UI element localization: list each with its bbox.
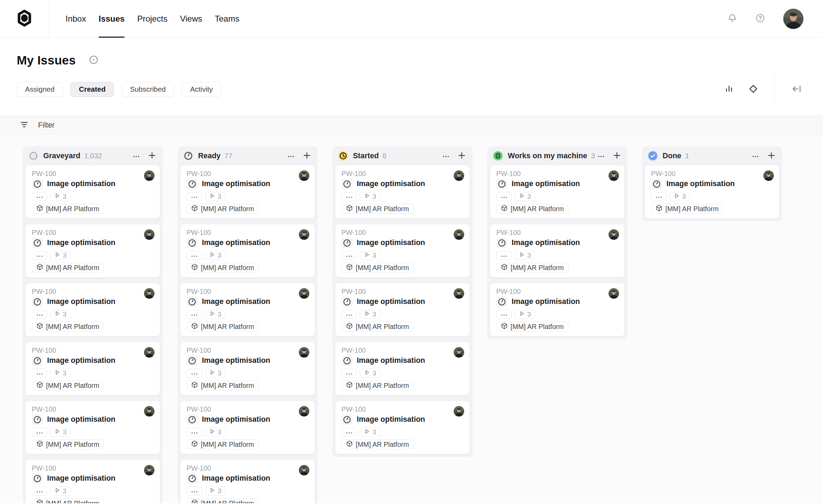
view-tab-subscribed[interactable]: Subscribed bbox=[122, 82, 174, 97]
assignee-avatar[interactable] bbox=[454, 229, 464, 240]
project-label-badge[interactable]: [MM] AR Platform bbox=[496, 322, 568, 331]
card-more-button[interactable] bbox=[341, 428, 357, 437]
sub-issues-badge[interactable]: 3 bbox=[360, 192, 380, 201]
assignee-avatar[interactable] bbox=[144, 170, 154, 181]
notifications-button[interactable] bbox=[727, 13, 737, 24]
in-progress-status-icon[interactable] bbox=[32, 473, 43, 484]
column-more-button[interactable] bbox=[130, 150, 142, 162]
card-more-button[interactable] bbox=[651, 192, 666, 201]
project-label-badge[interactable]: [MM] AR Platform bbox=[187, 263, 259, 273]
issue-card[interactable]: PW-100 Image optimisation bbox=[25, 460, 160, 503]
sub-issues-badge[interactable]: 3 bbox=[205, 251, 226, 260]
card-more-button[interactable] bbox=[496, 251, 512, 260]
circle-dot-icon[interactable] bbox=[89, 55, 98, 66]
project-label-badge[interactable]: [MM] AR Platform bbox=[341, 440, 414, 449]
in-progress-status-icon[interactable] bbox=[32, 178, 43, 189]
issue-card[interactable]: PW-100 Image optimisation bbox=[25, 224, 160, 277]
sub-issues-badge[interactable]: 3 bbox=[205, 192, 226, 201]
card-more-button[interactable] bbox=[187, 310, 202, 319]
issue-card[interactable]: PW-100 Image optimisation bbox=[335, 165, 470, 219]
issue-card[interactable]: PW-100 Image optimisation bbox=[25, 165, 160, 219]
sub-issues-badge[interactable]: 3 bbox=[360, 310, 380, 319]
in-progress-status-icon[interactable] bbox=[341, 178, 353, 189]
sub-issues-badge[interactable]: 3 bbox=[515, 251, 535, 260]
issue-card[interactable]: PW-100 Image optimisation bbox=[335, 283, 470, 336]
in-progress-status-icon[interactable] bbox=[496, 237, 507, 248]
project-label-badge[interactable]: [MM] AR Platform bbox=[341, 381, 414, 390]
issue-card[interactable]: PW-100 Image optimisation bbox=[490, 165, 625, 219]
sub-issues-badge[interactable]: 3 bbox=[360, 251, 380, 260]
issue-card[interactable]: PW-100 Image optimisation bbox=[25, 283, 160, 336]
in-progress-status-icon[interactable] bbox=[496, 296, 507, 307]
project-label-badge[interactable]: [MM] AR Platform bbox=[32, 381, 104, 390]
card-more-button[interactable] bbox=[32, 251, 47, 260]
project-label-badge[interactable]: [MM] AR Platform bbox=[187, 381, 259, 390]
in-progress-status-icon[interactable] bbox=[187, 178, 198, 189]
sub-issues-badge[interactable]: 3 bbox=[205, 310, 226, 319]
project-label-badge[interactable]: [MM] AR Platform bbox=[187, 322, 259, 331]
card-more-button[interactable] bbox=[496, 310, 512, 319]
sub-issues-badge[interactable]: 3 bbox=[50, 428, 71, 437]
collapse-panel-button[interactable] bbox=[791, 84, 803, 95]
in-progress-status-icon[interactable] bbox=[187, 237, 198, 248]
project-label-badge[interactable]: [MM] AR Platform bbox=[341, 263, 414, 273]
column-more-button[interactable] bbox=[749, 150, 761, 162]
sub-issues-badge[interactable]: 3 bbox=[515, 310, 535, 319]
nav-item-teams[interactable]: Teams bbox=[215, 0, 240, 37]
column-more-button[interactable] bbox=[440, 150, 452, 162]
assignee-avatar[interactable] bbox=[609, 288, 619, 299]
issue-card[interactable]: PW-100 Image optimisation bbox=[25, 401, 160, 454]
workspace-logo[interactable] bbox=[0, 0, 49, 37]
assignee-avatar[interactable] bbox=[609, 229, 619, 240]
issue-card[interactable]: PW-100 Image optimisation bbox=[645, 165, 779, 219]
project-label-badge[interactable]: [MM] AR Platform bbox=[32, 263, 104, 273]
project-label-badge[interactable]: [MM] AR Platform bbox=[32, 322, 104, 331]
sub-issues-badge[interactable]: 3 bbox=[515, 192, 535, 201]
project-label-badge[interactable]: [MM] AR Platform bbox=[341, 204, 414, 214]
assignee-avatar[interactable] bbox=[144, 465, 154, 475]
sub-issues-badge[interactable]: 3 bbox=[50, 192, 71, 201]
column-add-issue-button[interactable] bbox=[611, 150, 623, 162]
in-progress-status-icon[interactable] bbox=[341, 237, 353, 248]
filter-label[interactable]: Filter bbox=[38, 121, 55, 130]
in-progress-status-icon[interactable] bbox=[496, 178, 507, 189]
card-more-button[interactable] bbox=[32, 310, 47, 319]
issue-card[interactable]: PW-100 Image optimisation bbox=[180, 224, 315, 277]
sub-issues-badge[interactable]: 3 bbox=[360, 369, 380, 378]
project-label-badge[interactable]: [MM] AR Platform bbox=[187, 440, 259, 449]
assignee-avatar[interactable] bbox=[454, 170, 464, 181]
in-progress-status-icon[interactable] bbox=[32, 237, 43, 248]
issue-card[interactable]: PW-100 Image optimisation bbox=[180, 342, 315, 395]
sub-issues-badge[interactable]: 3 bbox=[50, 487, 71, 496]
project-label-badge[interactable]: [MM] AR Platform bbox=[32, 440, 104, 449]
card-more-button[interactable] bbox=[496, 192, 512, 201]
issue-card[interactable]: PW-100 Image optimisation bbox=[335, 342, 470, 395]
in-progress-status-icon[interactable] bbox=[187, 414, 198, 425]
column-add-issue-button[interactable] bbox=[765, 150, 777, 162]
project-label-badge[interactable]: [MM] AR Platform bbox=[496, 204, 568, 214]
card-more-button[interactable] bbox=[341, 251, 357, 260]
filter-button[interactable] bbox=[20, 120, 29, 130]
issue-card[interactable]: PW-100 Image optimisation bbox=[180, 460, 315, 503]
nav-item-views[interactable]: Views bbox=[180, 0, 202, 37]
assignee-avatar[interactable] bbox=[299, 170, 309, 181]
nav-item-inbox[interactable]: Inbox bbox=[66, 0, 86, 37]
assignee-avatar[interactable] bbox=[299, 347, 309, 358]
assignee-avatar[interactable] bbox=[144, 288, 154, 299]
sub-issues-badge[interactable]: 3 bbox=[50, 310, 71, 319]
help-button[interactable] bbox=[755, 13, 765, 24]
assignee-avatar[interactable] bbox=[454, 347, 464, 358]
card-more-button[interactable] bbox=[341, 310, 357, 319]
card-more-button[interactable] bbox=[32, 487, 47, 496]
in-progress-status-icon[interactable] bbox=[341, 414, 353, 425]
card-more-button[interactable] bbox=[32, 192, 47, 201]
project-label-badge[interactable]: [MM] AR Platform bbox=[32, 498, 104, 503]
sub-issues-badge[interactable]: 3 bbox=[50, 251, 71, 260]
issue-card[interactable]: PW-100 Image optimisation bbox=[490, 224, 625, 277]
assignee-avatar[interactable] bbox=[299, 465, 309, 475]
project-label-badge[interactable]: [MM] AR Platform bbox=[32, 204, 104, 214]
display-options-button[interactable] bbox=[748, 84, 758, 95]
in-progress-status-icon[interactable] bbox=[32, 414, 43, 425]
column-add-issue-button[interactable] bbox=[456, 150, 468, 162]
card-more-button[interactable] bbox=[341, 192, 357, 201]
